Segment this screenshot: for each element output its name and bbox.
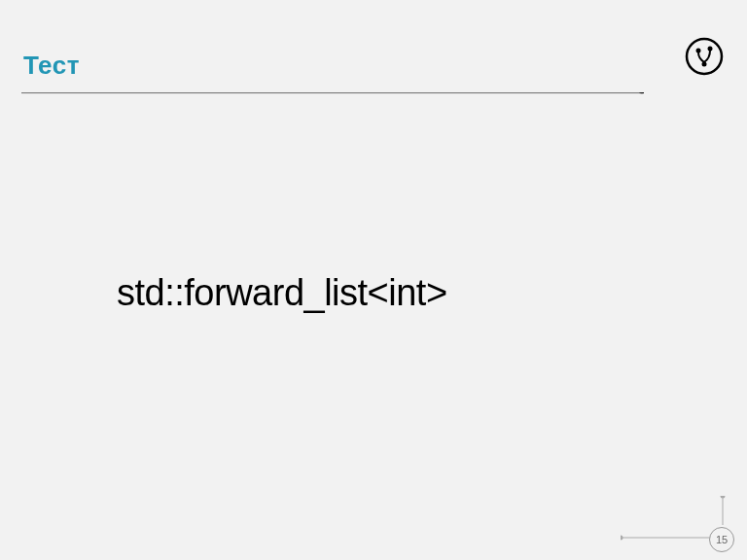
svg-point-5 [702, 62, 707, 67]
git-branch-icon [685, 37, 724, 76]
main-content-text: std::forward_list<int> [117, 272, 447, 314]
svg-point-9 [721, 496, 726, 499]
slide-title: Тест [23, 51, 80, 81]
svg-point-1 [639, 92, 644, 93]
svg-point-3 [696, 49, 701, 53]
page-number-value: 15 [716, 534, 728, 545]
svg-point-4 [708, 47, 713, 52]
svg-point-8 [621, 536, 623, 541]
page-number-badge: 15 [709, 527, 734, 552]
svg-point-2 [687, 39, 722, 74]
header-underline [21, 92, 644, 94]
